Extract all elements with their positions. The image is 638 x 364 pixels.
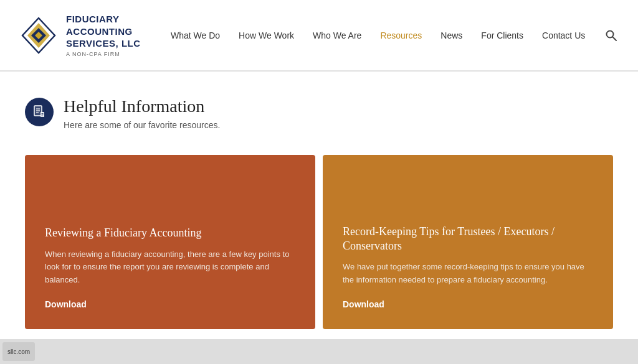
company-name: Fiduciary <box>66 13 141 26</box>
company-tagline: A Non-CPA Firm <box>66 51 141 57</box>
nav-item-for-clients[interactable]: For Clients <box>472 26 532 45</box>
taskbar: sllc.com <box>0 339 638 364</box>
card-2-download[interactable]: Download <box>343 299 593 309</box>
nav-item-resources[interactable]: Resources <box>371 26 431 45</box>
main-nav: What We Do How We Work Who We Are Resour… <box>162 24 622 47</box>
card-1-title: Reviewing a Fiduciary Accounting <box>45 226 295 240</box>
heading-text-area: Helpful Information Here are some of our… <box>64 96 220 130</box>
nav-item-what-we-do[interactable]: What We Do <box>162 26 229 45</box>
document-icon <box>32 105 46 119</box>
page-title: Helpful Information <box>64 96 220 116</box>
site-header: Fiduciary Accounting Services, LLC A Non… <box>0 0 638 71</box>
card-2-description: We have put together some record-keeping… <box>343 261 593 287</box>
main-content: Helpful Information Here are some of our… <box>0 72 638 348</box>
page-subtitle: Here are some of our favorite resources. <box>64 120 220 130</box>
svg-rect-11 <box>40 112 44 117</box>
page-heading: Helpful Information Here are some of our… <box>25 96 613 130</box>
logo[interactable]: Fiduciary Accounting Services, LLC A Non… <box>19 13 162 57</box>
company-name-3: Services, LLC <box>66 37 141 50</box>
nav-item-who-we-are[interactable]: Who We Are <box>304 26 370 45</box>
domain-label: sllc.com <box>2 342 35 361</box>
resource-cards: Reviewing a Fiduciary Accounting When re… <box>25 155 613 329</box>
nav-item-how-we-work[interactable]: How We Work <box>230 26 303 45</box>
company-name-2: Accounting <box>66 26 141 38</box>
heading-icon-bg <box>25 98 54 126</box>
search-icon <box>605 29 617 42</box>
nav-item-contact-us[interactable]: Contact Us <box>533 26 594 45</box>
card-1-download[interactable]: Download <box>45 299 295 309</box>
card-1-description: When reviewing a fiduciary accounting, t… <box>45 248 295 287</box>
svg-line-5 <box>613 37 617 40</box>
nav-item-news[interactable]: News <box>432 26 471 45</box>
logo-icon <box>19 16 59 55</box>
search-button[interactable] <box>600 24 622 47</box>
card-2-title: Record-Keeping Tips for Trustees / Execu… <box>343 225 593 254</box>
card-record-keeping[interactable]: Record-Keeping Tips for Trustees / Execu… <box>323 155 613 329</box>
logo-text: Fiduciary Accounting Services, LLC A Non… <box>66 13 141 57</box>
card-fiduciary-accounting[interactable]: Reviewing a Fiduciary Accounting When re… <box>25 155 315 329</box>
